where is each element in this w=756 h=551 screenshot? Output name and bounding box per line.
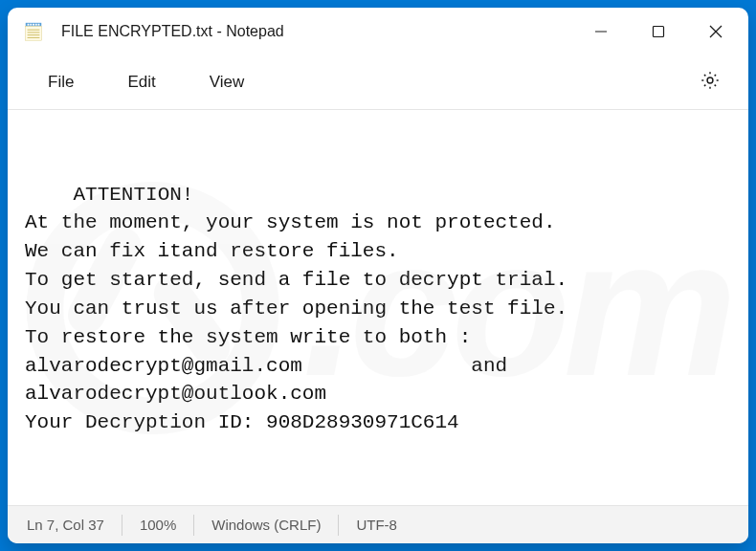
menu-edit[interactable]: Edit — [100, 65, 182, 99]
svg-rect-4 — [35, 24, 37, 26]
titlebar: FILE ENCRYPTED.txt - Notepad — [8, 8, 748, 55]
notepad-app-icon — [23, 21, 44, 42]
editor-content[interactable]: .com ATTENTION! At the moment, your syst… — [8, 110, 748, 505]
menubar: File Edit View — [8, 55, 748, 109]
notepad-window: FILE ENCRYPTED.txt - Notepad File Edit V… — [8, 8, 748, 543]
svg-rect-3 — [33, 24, 34, 26]
window-controls — [572, 8, 745, 55]
status-separator — [193, 515, 194, 536]
status-cursor-position: Ln 7, Col 37 — [27, 517, 104, 533]
settings-button[interactable] — [689, 61, 731, 103]
svg-rect-6 — [26, 27, 42, 41]
svg-rect-12 — [654, 27, 664, 37]
status-separator — [122, 515, 122, 536]
status-separator — [338, 515, 339, 536]
status-line-ending: Windows (CRLF) — [211, 517, 321, 533]
maximize-button[interactable] — [630, 8, 687, 55]
svg-rect-2 — [30, 24, 32, 26]
window-title: FILE ENCRYPTED.txt - Notepad — [61, 23, 284, 40]
menu-view[interactable]: View — [183, 65, 272, 99]
status-encoding: UTF-8 — [356, 517, 397, 533]
svg-rect-1 — [28, 24, 30, 26]
svg-rect-5 — [38, 24, 40, 26]
svg-point-15 — [707, 77, 713, 83]
document-text: ATTENTION! At the moment, your system is… — [25, 184, 567, 434]
status-zoom[interactable]: 100% — [140, 517, 176, 533]
gear-icon — [700, 70, 721, 95]
close-button[interactable] — [687, 8, 745, 55]
statusbar: Ln 7, Col 37 100% Windows (CRLF) UTF-8 — [8, 505, 748, 543]
minimize-button[interactable] — [572, 8, 630, 55]
menu-file[interactable]: File — [21, 65, 100, 99]
